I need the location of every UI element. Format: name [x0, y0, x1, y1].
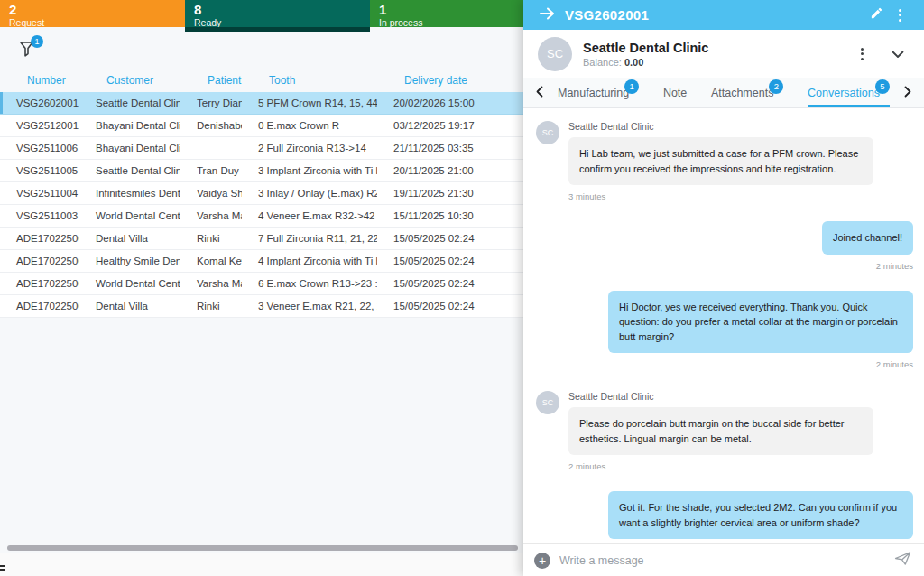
message: SC Seattle Dental Clinic Hi Lab team, we… [536, 119, 913, 201]
message-time: 2 minutes [568, 461, 913, 471]
message-time: 3 minutes [568, 191, 913, 201]
filter-button[interactable]: 1 [18, 39, 42, 62]
clinic-info: Seattle Dental Clinic Balance: 0.00 [583, 40, 850, 69]
tab-item[interactable]: Attachments 2 [711, 78, 783, 107]
message-sender: Seattle Dental Clinic [568, 391, 913, 402]
table-row[interactable]: VSG2511003 World Dental Center Varsha Ma… [0, 205, 523, 228]
table-row[interactable]: VSG2511004 Infinitesmiles Denta... Vaidy… [0, 182, 523, 205]
cell-delivery-date: 15/05/2025 02:24 [377, 278, 523, 289]
cell-customer: Bhayani Dental Clinic [79, 120, 180, 131]
tab-item[interactable]: Note [663, 78, 687, 107]
cell-number: ADE170225005 [0, 278, 79, 289]
cell-delivery-date: 15/11/2025 10:30 [377, 210, 523, 221]
cell-tooth: 4 Veneer E.max R32->42 [242, 210, 377, 221]
cell-number: VSG2512001 [0, 120, 79, 131]
message-content: Seattle Dental Clinic Hi Lab team, we ju… [568, 119, 913, 201]
clipped-element [0, 565, 5, 574]
tab-badge: 5 [875, 79, 890, 94]
send-icon [894, 552, 911, 569]
filter-badge: 1 [31, 35, 43, 48]
cell-tooth: 2 Full Zirconia R13->14 [242, 143, 377, 153]
collapse-details-button[interactable] [886, 42, 910, 66]
cell-tooth: 0 E.max Crown R [242, 120, 377, 131]
cell-tooth: 3 Veneer E.max R21, 22, 24 [242, 301, 377, 311]
clinic-avatar: SC [538, 37, 572, 71]
column-header-patient[interactable]: Patient [180, 74, 242, 87]
tabs-next-button[interactable] [897, 78, 919, 107]
table-row[interactable]: VSG2602001 Seattle Dental Clinic Terry D… [0, 92, 523, 115]
cell-patient: Denishaben [180, 120, 242, 131]
message-content: Got it. For the shade, you selected 2M2.… [536, 491, 913, 543]
cell-number: VSG2602001 [0, 98, 79, 108]
status-count: 8 [194, 3, 361, 17]
tab-label: Manufacturing [558, 87, 629, 99]
cell-tooth: 6 E.max Crown R13->23 :: ... [242, 278, 377, 289]
cell-patient: Terry Dianna [180, 98, 242, 108]
tab-label: Note [663, 87, 687, 99]
chevron-left-icon [536, 85, 543, 101]
table-row[interactable]: ADE170225008 Dental Villa Rinki 7 Full Z… [0, 228, 523, 250]
message-input[interactable] [559, 554, 892, 567]
table-header-row: Number Customer Patient Tooth Delivery d… [0, 69, 523, 92]
balance-label: Balance: [583, 57, 622, 68]
column-header-tooth[interactable]: Tooth [242, 74, 377, 87]
status-label: Ready [194, 17, 361, 28]
cell-delivery-date: 20/02/2026 15:00 [377, 98, 523, 108]
clinic-name: Seattle Dental Clinic [583, 40, 850, 56]
cell-patient: Varsha Ma... [180, 278, 242, 289]
tabs-prev-button[interactable] [529, 78, 550, 107]
collapse-panel-button[interactable] [536, 5, 558, 26]
message: Hi Doctor, yes we received everything. T… [536, 291, 913, 370]
cell-tooth: 3 Implant Zirconia with Ti b... [242, 165, 377, 176]
column-header-number[interactable]: Number [0, 74, 79, 87]
clinic-row: SC Seattle Dental Clinic Balance: 0.00 [523, 30, 924, 78]
status-tab[interactable]: 1 In process [370, 0, 523, 27]
cell-number: ADE170225007 [0, 255, 79, 266]
status-tab[interactable]: 2 Request [0, 0, 185, 27]
table-row[interactable]: VSG2511006 Bhayani Dental Clinic 2 Full … [0, 137, 523, 160]
orders-table: VSG2602001 Seattle Dental Clinic Terry D… [0, 92, 523, 318]
tab-label: Conversations [808, 87, 880, 99]
edit-order-button[interactable] [864, 4, 888, 27]
attach-button[interactable]: + [534, 553, 550, 569]
app-window: 2 Request 8 Ready 1 In process [0, 0, 924, 576]
tab-item[interactable]: Manufacturing 1 [558, 78, 639, 107]
message-bubble: Please do porcelain butt margin on the b… [568, 407, 873, 455]
message-bubble: Hi Doctor, yes we received everything. T… [608, 291, 913, 354]
cell-number: VSG2511004 [0, 188, 79, 199]
cell-customer: Dental Villa [79, 301, 180, 311]
message-bubble: Got it. For the shade, you selected 2M2.… [608, 491, 913, 539]
cell-tooth: 7 Full Zirconia R11, 21, 22, 1... [242, 233, 377, 244]
cell-patient: Komal Kevl... [180, 255, 242, 266]
column-header-delivery-date[interactable]: Delivery date [377, 74, 523, 87]
table-row[interactable]: ADE170225005 World Dental Center Varsha … [0, 273, 523, 295]
status-tab[interactable]: 8 Ready [185, 0, 370, 32]
clinic-actions [850, 42, 910, 66]
message-avatar: SC [536, 391, 559, 414]
message-content: Joined channel! 2 minutes [536, 221, 913, 271]
table-row[interactable]: VSG2511005 Seattle Dental Clinic Tran Du… [0, 160, 523, 182]
message-time: 2 minutes [536, 261, 913, 271]
cell-customer: Infinitesmiles Denta... [79, 188, 180, 199]
send-button[interactable] [892, 550, 913, 571]
horizontal-scrollbar[interactable] [7, 545, 518, 551]
table-row[interactable]: ADE170225004 Dental Villa Rinki 3 Veneer… [0, 295, 523, 318]
column-header-customer[interactable]: Customer [79, 74, 180, 87]
status-tabs: 2 Request 8 Ready 1 In process [0, 0, 523, 33]
table-row[interactable]: ADE170225007 Healthy Smile Dent... Komal… [0, 250, 523, 273]
status-count: 2 [9, 3, 176, 17]
cell-tooth: 4 Implant Zirconia with Ti b... [242, 255, 377, 266]
tab-strip: Manufacturing 1 Note Attachments 2 [550, 78, 897, 107]
chat-title: VSG2602001 [565, 7, 864, 23]
table-row[interactable]: VSG2512001 Bhayani Dental Clinic Denisha… [0, 115, 523, 137]
cell-customer: World Dental Center [79, 278, 180, 289]
chat-menu-button[interactable] [888, 4, 911, 27]
cell-customer: Dental Villa [79, 233, 180, 244]
chat-panel: VSG2602001 SC Seattle Dental Clinic Bala… [523, 0, 924, 576]
cell-patient: Varsha Ma... [180, 210, 242, 221]
kebab-icon [899, 9, 901, 22]
message: Joined channel! 2 minutes [536, 221, 913, 271]
cell-tooth: 5 PFM Crown R14, 15, 44, 45 [242, 98, 377, 108]
tab-item[interactable]: Conversations 5 [808, 78, 890, 107]
clinic-menu-button[interactable] [850, 42, 873, 66]
